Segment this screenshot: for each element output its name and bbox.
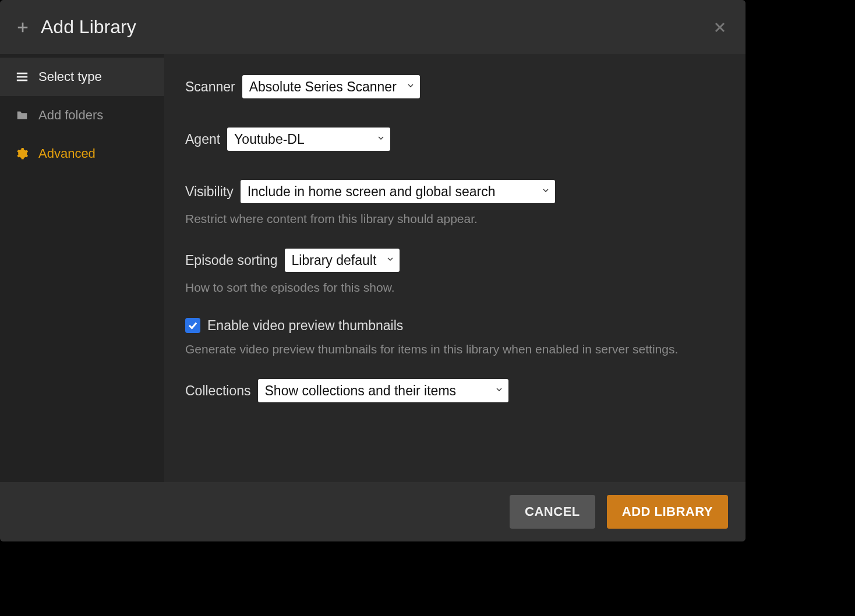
modal-footer: CANCEL ADD LIBRARY xyxy=(0,482,746,541)
sidebar-item-label: Advanced xyxy=(38,146,96,161)
collections-select[interactable]: Show collections and their items xyxy=(258,379,508,402)
sidebar-item-label: Add folders xyxy=(38,108,103,123)
enable-thumbnails-checkbox[interactable] xyxy=(185,318,200,333)
plus-icon xyxy=(16,21,29,34)
scanner-row: Scanner Absolute Series Scanner xyxy=(185,75,725,98)
visibility-value: Include in home screen and global search xyxy=(241,184,519,200)
enable-thumbnails-label: Enable video preview thumbnails xyxy=(207,318,403,334)
episode-sorting-value: Library default xyxy=(285,253,400,268)
visibility-select[interactable]: Include in home screen and global search xyxy=(241,180,555,203)
collections-value: Show collections and their items xyxy=(258,383,480,399)
episode-sorting-help: How to sort the episodes for this show. xyxy=(185,279,725,296)
chevron-down-icon xyxy=(376,133,386,145)
cancel-button[interactable]: CANCEL xyxy=(510,495,595,529)
agent-value: Youtube-DL xyxy=(227,132,328,147)
episode-sorting-select[interactable]: Library default xyxy=(285,249,400,272)
episode-sorting-row: Episode sorting Library default xyxy=(185,249,725,272)
visibility-row: Visibility Include in home screen and gl… xyxy=(185,180,725,203)
modal-title: Add Library xyxy=(41,16,136,38)
chevron-down-icon xyxy=(494,385,504,396)
svg-rect-4 xyxy=(17,73,27,75)
agent-label: Agent xyxy=(185,132,220,147)
modal-body: Select type Add folders Advanced xyxy=(0,54,746,482)
visibility-help: Restrict where content from this library… xyxy=(185,210,725,228)
sidebar-item-advanced[interactable]: Advanced xyxy=(0,134,164,173)
svg-rect-6 xyxy=(17,80,27,82)
agent-row: Agent Youtube-DL xyxy=(185,128,725,151)
visibility-label: Visibility xyxy=(185,184,234,200)
agent-select[interactable]: Youtube-DL xyxy=(227,128,390,151)
modal-header: Add Library xyxy=(0,0,746,54)
scanner-select[interactable]: Absolute Series Scanner xyxy=(242,75,420,98)
scanner-label: Scanner xyxy=(185,79,235,95)
episode-sorting-label: Episode sorting xyxy=(185,253,278,268)
collections-row: Collections Show collections and their i… xyxy=(185,379,725,402)
sidebar-item-add-folders[interactable]: Add folders xyxy=(0,96,164,134)
scanner-value: Absolute Series Scanner xyxy=(242,79,420,95)
enable-thumbnails-row[interactable]: Enable video preview thumbnails xyxy=(185,318,725,334)
sidebar: Select type Add folders Advanced xyxy=(0,54,164,482)
add-library-modal: Add Library Select type xyxy=(0,0,746,541)
chevron-down-icon xyxy=(541,186,550,197)
sidebar-item-select-type[interactable]: Select type xyxy=(0,58,164,96)
content-area: Scanner Absolute Series Scanner Agent Yo… xyxy=(164,54,746,482)
content-scroll[interactable]: Scanner Absolute Series Scanner Agent Yo… xyxy=(164,54,746,482)
folder-icon xyxy=(15,108,29,122)
gear-icon xyxy=(15,147,29,161)
add-library-button[interactable]: ADD LIBRARY xyxy=(607,495,728,529)
list-icon xyxy=(15,70,29,84)
svg-rect-5 xyxy=(17,76,27,78)
enable-thumbnails-help: Generate video preview thumbnails for it… xyxy=(185,341,725,358)
sidebar-item-label: Select type xyxy=(38,69,102,84)
collections-label: Collections xyxy=(185,383,251,399)
close-button[interactable] xyxy=(711,18,729,37)
